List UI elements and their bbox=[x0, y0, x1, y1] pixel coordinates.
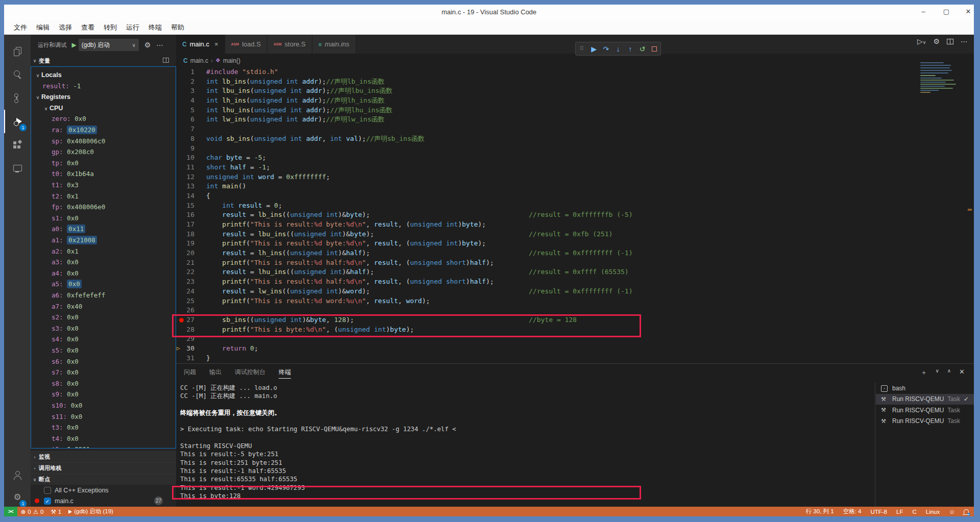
code-line-3[interactable]: 3int lbu_ins(unsigned int addr);//声明lbu_… bbox=[176, 86, 974, 96]
register-row-gp[interactable]: gp: 0x208c0 bbox=[31, 146, 176, 158]
register-row-a5[interactable]: a5: 0x0 bbox=[31, 279, 176, 290]
activity-item-explorer[interactable] bbox=[4, 39, 31, 63]
terminal-output[interactable]: CC -[M] 正在构建 ... load.oCC -[M] 正在构建 ... … bbox=[180, 384, 874, 500]
activity-item-run-debug[interactable]: 1 bbox=[4, 110, 31, 133]
minimap[interactable] bbox=[920, 62, 966, 95]
start-debug-button[interactable]: ▶ bbox=[72, 41, 77, 48]
tree-group-Locals[interactable]: ∨Locals bbox=[31, 69, 176, 81]
register-row-s8[interactable]: s8: 0x0 bbox=[31, 378, 176, 389]
tab-main.c[interactable]: Cmain.c× bbox=[176, 35, 225, 54]
code-line-20[interactable]: 20 result = lh_ins((unsigned int)&half);… bbox=[176, 248, 974, 258]
code-line-22[interactable]: 22 result = lhu_ins((unsigned int)&half)… bbox=[176, 267, 974, 277]
close-panel-icon[interactable]: ✕ bbox=[959, 368, 965, 377]
code-line-16[interactable]: 16 result = lb_ins((unsigned int)&byte);… bbox=[176, 210, 974, 220]
register-row-t2[interactable]: t2: 0x1 bbox=[31, 191, 176, 202]
close-button[interactable]: ✕ bbox=[961, 8, 974, 18]
menu-item-终端[interactable]: 终端 bbox=[144, 21, 166, 34]
register-row-fp[interactable]: fp: 0x408006e0 bbox=[31, 202, 176, 213]
variables-section-header[interactable]: ∨ 变量 bbox=[31, 55, 176, 66]
chevron-down-icon[interactable]: ∨ bbox=[935, 368, 939, 377]
register-row-ra[interactable]: ra: 0x10220 bbox=[31, 125, 176, 136]
code-line-12[interactable]: 12unsigned int word = 0xffffffff; bbox=[176, 172, 974, 182]
eol-sequence[interactable]: LF bbox=[893, 509, 906, 515]
register-row-sp[interactable]: sp: 0x408006c0 bbox=[31, 136, 176, 147]
register-row-zero[interactable]: zero: 0x0 bbox=[31, 113, 176, 125]
register-row-s10[interactable]: s10: 0x0 bbox=[31, 400, 176, 411]
tab-store.S[interactable]: ASMstore.S bbox=[267, 35, 312, 54]
register-row-s9[interactable]: s9: 0x0 bbox=[31, 389, 176, 400]
step-out-icon[interactable]: ↑ bbox=[624, 45, 636, 53]
register-row-t0[interactable]: t0: 0x1b64a bbox=[31, 168, 176, 180]
terminal-instance-Run RISCV-QEMU[interactable]: ⚒Run RISCV-QEMUTask bbox=[876, 405, 974, 416]
debug-status[interactable]: (gdb) 启动 (19) bbox=[65, 508, 117, 515]
tree-group-CPU[interactable]: ∨CPU bbox=[31, 103, 176, 114]
terminal-instance-bash[interactable]: ›bash bbox=[876, 383, 974, 394]
breakpoint-row[interactable]: All C++ Exceptions bbox=[31, 485, 176, 495]
register-row-s11[interactable]: s11: 0x0 bbox=[31, 411, 176, 422]
tree-group-Registers[interactable]: ∨Registers bbox=[31, 91, 176, 103]
language-mode[interactable]: C bbox=[909, 509, 920, 515]
code-line-17[interactable]: 17 printf("This is result:%d byte:%d\n",… bbox=[176, 220, 974, 230]
code-line-6[interactable]: 6int lw_ins(unsigned int addr);//声明lw_in… bbox=[176, 115, 974, 125]
call-stack-section-header[interactable]: › 调用堆栈 bbox=[31, 462, 176, 474]
register-row-a3[interactable]: a3: 0x0 bbox=[31, 257, 176, 268]
menu-item-转到[interactable]: 转到 bbox=[99, 21, 121, 34]
feedback-icon[interactable]: ☺ bbox=[945, 509, 959, 515]
maximize-button[interactable]: ▢ bbox=[939, 8, 954, 18]
notifications-bell-icon[interactable] bbox=[964, 509, 969, 514]
breakpoint-row[interactable]: ✓main.c27 bbox=[31, 495, 176, 506]
os-indicator[interactable]: Linux bbox=[922, 509, 944, 515]
code-line-15[interactable]: 15 int result = 0; bbox=[176, 201, 974, 211]
code-line-25[interactable]: 25 printf("This is result:%d word:%u\n",… bbox=[176, 296, 974, 306]
run-file-button[interactable]: ▷∨ bbox=[917, 37, 926, 45]
new-terminal-icon[interactable]: ＋ bbox=[920, 368, 927, 377]
step-over-icon[interactable]: ↷ bbox=[600, 45, 612, 53]
register-row-t5[interactable]: t5: 0x8801 bbox=[31, 444, 176, 449]
code-line-30[interactable]: 30▷ return 0; bbox=[176, 344, 974, 354]
debug-config-dropdown[interactable]: (gdb) 启动 ∨ bbox=[79, 39, 139, 51]
more-actions-icon[interactable]: ⋯ bbox=[156, 41, 163, 49]
code-line-14[interactable]: 14{ bbox=[176, 191, 974, 201]
menu-item-查看[interactable]: 查看 bbox=[77, 21, 99, 34]
code-line-2[interactable]: 2int lb_ins(unsigned int addr);//声明lb_in… bbox=[176, 77, 974, 87]
terminal-instance-Run RISCV-QEMU[interactable]: ⚒Run RISCV-QEMUTask bbox=[876, 416, 974, 427]
code-line-5[interactable]: 5int lhu_ins(unsigned int addr);//声明lhu_… bbox=[176, 106, 974, 115]
menu-item-帮助[interactable]: 帮助 bbox=[166, 21, 189, 34]
breadcrumb-symbol[interactable]: main() bbox=[223, 57, 240, 64]
register-row-tp[interactable]: tp: 0x0 bbox=[31, 158, 176, 169]
split-editor-icon[interactable] bbox=[947, 39, 953, 44]
code-line-18[interactable]: 18 result = lbu_ins((unsigned int)&byte)… bbox=[176, 230, 974, 239]
more-actions-icon[interactable]: ⋯ bbox=[961, 37, 968, 45]
code-line-9[interactable]: 9 bbox=[176, 144, 974, 154]
register-row-a1[interactable]: a1: 0x21008 bbox=[31, 235, 176, 246]
tab-load.S[interactable]: ASMload.S bbox=[225, 35, 267, 54]
code-line-7[interactable]: 7 bbox=[176, 125, 974, 134]
code-line-10[interactable]: 10char byte = -5; bbox=[176, 153, 974, 163]
activity-item-remote-explorer[interactable] bbox=[4, 157, 31, 180]
code-line-13[interactable]: 13int main() bbox=[176, 182, 974, 191]
indentation[interactable]: 空格: 4 bbox=[840, 508, 865, 515]
continue-icon[interactable]: ▶ bbox=[588, 45, 600, 53]
code-line-31[interactable]: 31} bbox=[176, 354, 974, 363]
register-row-t3[interactable]: t3: 0x0 bbox=[31, 422, 176, 433]
breadcrumb[interactable]: C main.c › ❖ main() bbox=[176, 54, 974, 67]
register-row-a7[interactable]: a7: 0x40 bbox=[31, 301, 176, 312]
register-row-s5[interactable]: s5: 0x0 bbox=[31, 345, 176, 356]
stop-icon[interactable] bbox=[648, 45, 660, 53]
close-icon[interactable]: × bbox=[214, 40, 218, 48]
code-line-11[interactable]: 11short half = -1; bbox=[176, 163, 974, 172]
register-row-t4[interactable]: t4: 0x0 bbox=[31, 433, 176, 444]
activity-item-settings[interactable]: ⚙1 bbox=[4, 486, 31, 509]
code-line-19[interactable]: 19 printf("This is result:%d byte:%d\n",… bbox=[176, 239, 974, 248]
code-line-24[interactable]: 24 result = lw_ins((unsigned int)&word);… bbox=[176, 287, 974, 296]
breakpoint-checkbox[interactable] bbox=[44, 487, 51, 494]
menu-item-选择[interactable]: 选择 bbox=[54, 21, 77, 34]
register-row-a6[interactable]: a6: 0xfefefeff bbox=[31, 290, 176, 301]
register-row-a2[interactable]: a2: 0x1 bbox=[31, 246, 176, 257]
breakpoint-checkbox[interactable]: ✓ bbox=[44, 498, 51, 505]
toolbar-grip-icon[interactable]: ⠿ bbox=[576, 45, 588, 52]
code-line-21[interactable]: 21 printf("This is result:%d half:%d\n",… bbox=[176, 258, 974, 268]
code-line-23[interactable]: 23 printf("This is result:%d half:%d\n",… bbox=[176, 277, 974, 287]
register-row-s3[interactable]: s3: 0x0 bbox=[31, 323, 176, 334]
step-into-icon[interactable]: ↓ bbox=[612, 45, 624, 53]
